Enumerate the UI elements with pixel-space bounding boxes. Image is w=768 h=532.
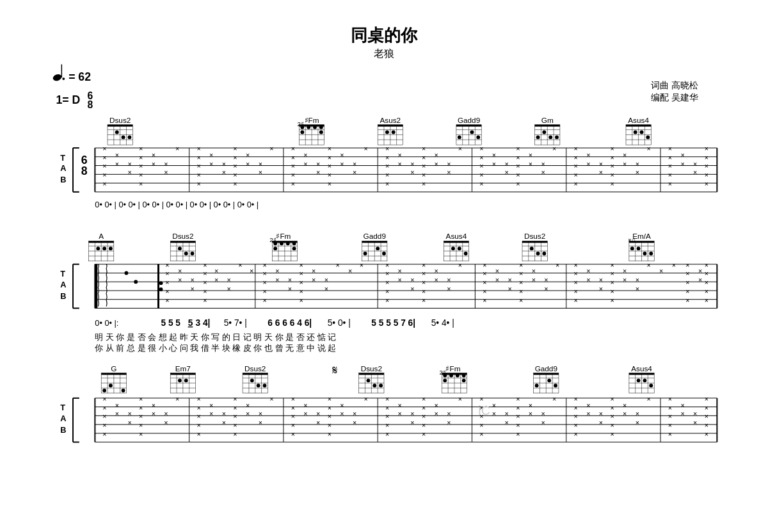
chord-grid-gadd9-2 [362, 241, 387, 261]
svg-text:×: × [705, 180, 708, 188]
tab-t-1: T [60, 153, 65, 163]
svg-point-505 [637, 378, 641, 382]
svg-text:×: × [685, 287, 689, 295]
svg-text:×: × [259, 160, 262, 168]
svg-text:×: × [196, 430, 200, 438]
svg-text:×: × [698, 276, 702, 284]
svg-point-57 [555, 135, 559, 139]
svg-text:×: × [479, 421, 483, 429]
svg-text:×: × [435, 267, 438, 275]
chord-dsus2-1: Dsus2 [109, 116, 131, 124]
svg-text:×: × [492, 151, 496, 159]
notation-1: 0• 0• | 0• 0• | 0• 0• | 0• 0• | 0• 0• | … [95, 200, 259, 209]
svg-text:×: × [385, 154, 389, 161]
svg-text:×: × [340, 410, 344, 417]
svg-text:×: × [233, 154, 237, 161]
notation-2i: 5• 4• | [431, 318, 454, 328]
tempo-note [52, 73, 62, 82]
svg-text:×: × [435, 401, 438, 409]
svg-point-22 [319, 125, 323, 129]
svg-text:×: × [693, 419, 697, 426]
svg-rect-7 [108, 125, 132, 127]
svg-text:×: × [447, 419, 451, 426]
svg-point-224 [109, 246, 113, 250]
svg-text:×: × [685, 261, 689, 269]
svg-text:×: × [636, 285, 639, 293]
chord-grid-dsus2-4 [243, 373, 268, 393]
svg-point-494 [535, 383, 539, 387]
svg-point-9 [122, 135, 125, 139]
svg-point-485 [462, 378, 466, 382]
svg-text:×: × [303, 401, 307, 409]
svg-point-293 [643, 252, 647, 255]
svg-text:×: × [479, 154, 483, 161]
svg-text:×: × [492, 401, 496, 409]
svg-text:×: × [291, 412, 295, 420]
svg-text:×: × [685, 296, 689, 304]
lyrics-line1: 明 天 你 是 否 会 想 起 昨 天 你 写 的 日 记 明 天 你 是 否 … [95, 332, 336, 342]
svg-text:×: × [164, 419, 168, 426]
svg-text:×: × [269, 145, 273, 152]
svg-text:×: × [127, 160, 131, 168]
chord-grid-asus4-3 [629, 373, 654, 393]
lyrics-line2: 你 从 前 总 是 很 小 心 问 我 借 半 块 橡 皮 你 也 曾 无 意 … [94, 343, 336, 353]
svg-text:×: × [505, 410, 509, 417]
svg-rect-279 [522, 241, 547, 243]
svg-point-480 [443, 374, 447, 378]
svg-rect-290 [629, 241, 654, 243]
svg-text:×: × [139, 162, 143, 170]
svg-text:×: × [610, 145, 614, 152]
svg-text:×: × [269, 395, 273, 403]
svg-text:×: × [519, 287, 523, 295]
svg-point-10 [127, 135, 131, 139]
svg-text:×: × [246, 151, 250, 159]
svg-point-235 [191, 252, 195, 255]
svg-text:×: × [680, 401, 684, 409]
svg-text:×: × [214, 267, 218, 275]
svg-text:×: × [586, 151, 590, 159]
svg-text:×: × [102, 412, 106, 420]
tab-t-3: T [60, 403, 65, 412]
svg-text:×: × [410, 160, 414, 168]
svg-text:×: × [623, 160, 627, 168]
chord-grid-asus4-2 [444, 241, 468, 261]
composer-text: 词曲 高晓松 [651, 81, 698, 90]
svg-text:×: × [680, 160, 684, 168]
chord-asus4-3: Asus4 [631, 364, 652, 373]
svg-text:×: × [263, 261, 267, 269]
svg-text:×: × [263, 270, 267, 277]
svg-text:×: × [275, 276, 279, 284]
svg-point-68 [646, 135, 650, 139]
artist-name: 老狼 [374, 48, 394, 59]
svg-text:×: × [636, 168, 639, 176]
key-text: 1= D [56, 93, 80, 106]
svg-text:×: × [636, 276, 639, 284]
svg-text:×: × [385, 162, 389, 170]
svg-point-244 [273, 241, 277, 245]
svg-point-246 [286, 241, 290, 245]
svg-text:×: × [668, 145, 672, 152]
svg-rect-42 [456, 125, 481, 127]
chord-grid-a-2 [89, 241, 114, 261]
svg-rect-468 [359, 373, 384, 375]
svg-text:×: × [364, 145, 368, 152]
chord-em7-3: Em7 [175, 364, 191, 373]
svg-text:×: × [102, 154, 106, 161]
svg-text:×: × [529, 151, 532, 159]
staff-time-bottom-1: 8 [81, 165, 88, 177]
notation-2f: 6 6 6 6 4 6| [268, 318, 312, 328]
svg-text:×: × [544, 276, 548, 284]
svg-text:×: × [541, 419, 545, 426]
svg-text:×: × [291, 421, 295, 429]
svg-text:×: × [623, 410, 627, 417]
svg-text:×: × [668, 412, 672, 420]
svg-text:×: × [115, 410, 119, 417]
svg-text:×: × [410, 168, 414, 176]
svg-text:×: × [233, 171, 237, 179]
svg-point-308 [159, 281, 163, 285]
svg-text:×: × [291, 171, 295, 179]
svg-point-54 [542, 131, 546, 134]
svg-text:×: × [203, 278, 207, 286]
svg-point-496 [547, 378, 551, 382]
svg-text:×: × [209, 410, 213, 417]
